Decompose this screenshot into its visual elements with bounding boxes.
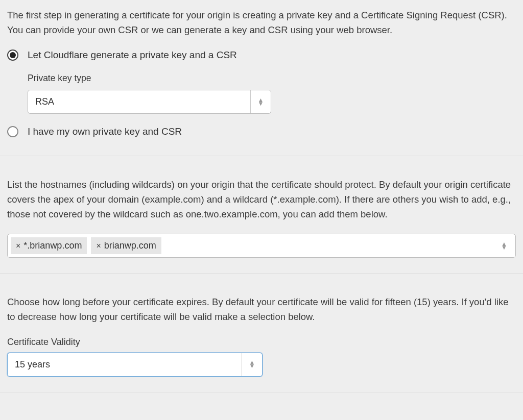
radio-dot-icon (10, 52, 16, 58)
radio-button-generate[interactable] (7, 50, 18, 61)
radio-button-own[interactable] (7, 126, 18, 137)
private-key-type-value: RSA (28, 90, 250, 113)
section-key-csr: The first step in generating a certifica… (0, 0, 523, 156)
hostname-dropdown-arrow[interactable]: ▲▼ (496, 242, 512, 250)
validity-value: 15 years (8, 353, 242, 376)
step2-description: List the hostnames (including wildcards)… (7, 178, 516, 221)
hostname-tag-apex: × brianwp.com (91, 237, 161, 254)
radio-option-own[interactable]: I have my own private key and CSR (7, 126, 516, 137)
radio-generate-label: Let Cloudflare generate a private key an… (28, 50, 237, 61)
validity-label: Certificate Validity (7, 337, 516, 348)
private-key-type-select[interactable]: RSA ▲▼ (28, 90, 271, 114)
sort-updown-icon: ▲▼ (501, 242, 507, 250)
remove-tag-icon[interactable]: × (96, 241, 101, 251)
select-arrow-box: ▲▼ (250, 90, 271, 113)
hostname-tag-text: *.brianwp.com (23, 240, 82, 251)
remove-tag-icon[interactable]: × (16, 241, 20, 251)
sort-updown-icon: ▲▼ (249, 361, 255, 368)
private-key-type-label: Private key type (28, 73, 516, 84)
step1-description: The first step in generating a certifica… (7, 8, 516, 37)
hostname-tag-wildcard: × *.brianwp.com (11, 237, 87, 254)
private-key-subblock: Private key type RSA ▲▼ (28, 73, 516, 114)
select-arrow-box: ▲▼ (242, 353, 262, 376)
csr-radio-group: Let Cloudflare generate a private key an… (7, 50, 516, 137)
hostnames-input[interactable]: × *.brianwp.com × brianwp.com ▲▼ (7, 234, 516, 258)
validity-select[interactable]: 15 years ▲▼ (7, 353, 263, 377)
section-validity: Choose how long before your certificate … (0, 274, 523, 392)
sort-updown-icon: ▲▼ (258, 98, 264, 106)
hostname-tag-text: brianwp.com (104, 240, 156, 251)
radio-own-label: I have my own private key and CSR (28, 126, 182, 137)
section-hostnames: List the hostnames (including wildcards)… (0, 156, 523, 274)
step3-description: Choose how long before your certificate … (7, 295, 516, 324)
radio-option-generate[interactable]: Let Cloudflare generate a private key an… (7, 50, 516, 61)
